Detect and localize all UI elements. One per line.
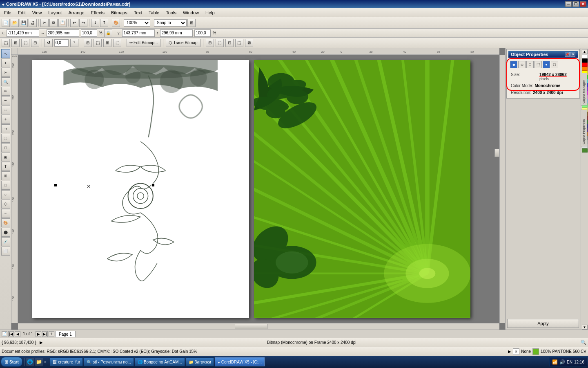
quicklaunch-folder[interactable]: 📁	[35, 358, 43, 366]
tb-extra5[interactable]: ⊠	[245, 39, 253, 47]
swatch-orange[interactable]	[582, 67, 588, 71]
save-btn[interactable]: 💾	[20, 19, 28, 27]
x-input[interactable]	[7, 29, 39, 37]
v-scroll-thumb[interactable]	[494, 149, 499, 157]
fill-tool[interactable]: 🎨	[1, 218, 10, 227]
canvas-area[interactable]: ✕	[18, 55, 499, 323]
tb-extra4[interactable]: ⬚	[235, 39, 243, 47]
drop-shadow-tool[interactable]: ◻	[1, 143, 10, 152]
h-scrollbar[interactable]	[18, 323, 499, 330]
h-input[interactable]	[160, 29, 193, 37]
transparency-tool[interactable]: ▣	[1, 153, 10, 162]
new-btn[interactable]: 📄	[2, 19, 10, 27]
cut-btn[interactable]: ✂	[40, 19, 49, 27]
connector-tool[interactable]: ⌖	[1, 115, 10, 124]
interactive-fill-tool[interactable]: ⬜	[1, 247, 10, 256]
prev-page-btn[interactable]: ◀	[15, 331, 20, 337]
palette-scroll-down[interactable]: ▼	[582, 325, 588, 330]
object-properties-tab[interactable]: Object Properties	[581, 110, 587, 146]
copy-btn[interactable]: ⧉	[49, 19, 58, 27]
v-scrollbar[interactable]	[499, 55, 505, 323]
start-button[interactable]: ⊞ Start	[1, 357, 22, 367]
doc-icon[interactable]: 📄	[2, 331, 7, 337]
color-btn[interactable]: 🎨	[112, 19, 120, 27]
paste-btn[interactable]: 📋	[58, 19, 67, 27]
task-creature-fur[interactable]: 🖼 creature_fur	[50, 357, 83, 366]
color-prop-icon[interactable]: ●	[543, 61, 550, 68]
menu-window[interactable]: Window	[180, 9, 202, 16]
star-tool[interactable]: ⋯	[1, 209, 10, 218]
minimize-button[interactable]: ─	[565, 1, 572, 7]
quicklaunch-more[interactable]: »	[44, 360, 47, 364]
zoom-select[interactable]: 100% 200% 50%	[124, 19, 150, 27]
lang-indicator[interactable]: EN	[567, 360, 572, 364]
edit-bitmap-btn[interactable]: ✏ Edit Bitmap...	[127, 39, 160, 47]
tb-extra3[interactable]: ⊡	[225, 39, 234, 47]
table-tool[interactable]: ⊞	[1, 171, 10, 180]
clock[interactable]: 12:16	[574, 360, 584, 364]
angle-unit[interactable]: °	[70, 39, 78, 47]
fill-prop-icon[interactable]: ◆	[510, 61, 517, 68]
swatch-red[interactable]	[582, 63, 588, 67]
close-button[interactable]: ✕	[580, 1, 586, 7]
redo-btn[interactable]: ↪	[79, 19, 87, 27]
undo-btn[interactable]: ↩	[70, 19, 78, 27]
canvas-container[interactable]: 160 140 120 100 80 60 40 20 0 20 40 60 8…	[11, 48, 505, 330]
expand-icon[interactable]: ▶	[40, 340, 43, 345]
extrude-tool[interactable]: ⬚	[1, 134, 10, 143]
crop-tool[interactable]: ✂	[1, 68, 10, 77]
palette-scroll-up[interactable]: ▲	[582, 49, 588, 54]
page-tab-1[interactable]: Page 1	[55, 331, 76, 337]
task-downloads[interactable]: 📁 Загрузки	[186, 357, 214, 366]
swatch-white[interactable]	[582, 54, 588, 58]
quicklaunch-ie[interactable]: 🌐	[26, 358, 34, 366]
select-tool[interactable]: ↖	[1, 49, 10, 58]
tb-pos2[interactable]: ⬚	[94, 39, 102, 47]
dimension-tool[interactable]: ↔	[1, 105, 10, 114]
task-coreldraw[interactable]: ⬥ CorelDRAW X5 - [C:...	[215, 357, 265, 366]
trace-bitmap-btn[interactable]: ⬡ Trace Bitmap	[166, 39, 200, 47]
tb-pos1[interactable]: ⊞	[84, 39, 92, 47]
tb-icon4[interactable]: ⊟	[31, 39, 39, 47]
eyedropper-tool[interactable]: 💉	[1, 237, 10, 246]
menu-tools[interactable]: Tools	[163, 9, 180, 16]
task-stl[interactable]: 🔍 stl - Результаты по...	[84, 357, 134, 366]
tb-icon2[interactable]: ⊞	[11, 39, 20, 47]
w-input[interactable]	[47, 29, 79, 37]
menu-arrange[interactable]: Arrange	[65, 9, 87, 16]
tb-icon3[interactable]: ⬚	[21, 39, 29, 47]
zoom-icon[interactable]: 🔍	[581, 340, 586, 345]
swatch-pantone[interactable]	[582, 148, 588, 153]
polygon-tool[interactable]: ⬡	[1, 200, 10, 209]
menu-edit[interactable]: Edit	[15, 9, 29, 16]
y-input[interactable]	[122, 29, 155, 37]
smart-draw-tool[interactable]: ✒	[1, 96, 10, 105]
shape-prop-icon[interactable]: □	[526, 61, 534, 68]
rect-tool[interactable]: □	[1, 181, 10, 190]
lock-scale-btn[interactable]: 🔒	[104, 29, 112, 37]
tb-icon1[interactable]: ⬚	[2, 39, 10, 47]
tb-extra1[interactable]: ⊞	[206, 39, 214, 47]
obj-props-close[interactable]: ✕	[570, 52, 575, 57]
menu-text[interactable]: Text	[131, 9, 145, 16]
menu-bitmaps[interactable]: Bitmaps	[108, 9, 131, 16]
tb-extra2[interactable]: ⬚	[216, 39, 224, 47]
menu-layout[interactable]: Layout	[45, 9, 65, 16]
menu-effects[interactable]: Effects	[88, 9, 108, 16]
export-btn[interactable]: ⤒	[100, 19, 108, 27]
ellipse-tool[interactable]: ○	[1, 190, 10, 199]
no-fill-icon[interactable]: ✕	[513, 348, 519, 355]
tray-volume[interactable]: 🔊	[559, 359, 565, 365]
open-btn[interactable]: 📂	[11, 19, 19, 27]
scale-y[interactable]	[194, 29, 211, 37]
shape-tool[interactable]: ✦	[1, 58, 10, 67]
last-page-btn[interactable]: ▶|	[42, 331, 48, 337]
vector-prop-icon[interactable]: ⬡	[551, 61, 558, 68]
smart-fill-tool[interactable]: ⬤	[1, 228, 10, 237]
tb-angle-reset[interactable]: ↺	[45, 39, 53, 47]
menu-table[interactable]: Table	[145, 9, 163, 16]
import-btn[interactable]: ⤓	[91, 19, 99, 27]
restore-button[interactable]: ❐	[572, 1, 579, 7]
blend-tool[interactable]: ⇢	[1, 124, 10, 133]
profile-expand[interactable]: ▶	[508, 349, 511, 354]
